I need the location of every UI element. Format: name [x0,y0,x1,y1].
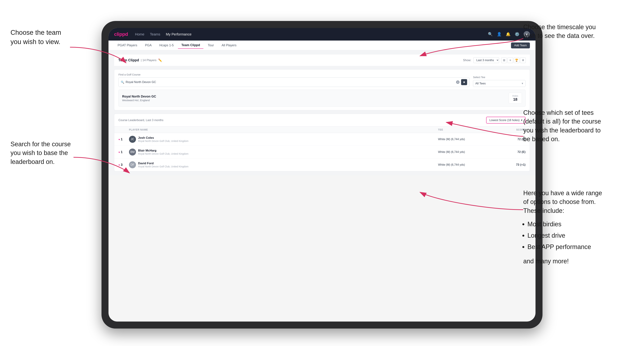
course-search-input-wrapper: 🔍 ✕ ★ [118,77,470,87]
col-score: SCORE [490,128,526,131]
bell-icon[interactable]: 🔔 [506,32,510,36]
course-result: Royal North Devon GC Westward Ho!, Engla… [118,90,526,107]
holes-label: Holes [512,95,518,97]
leaderboard-header: Course Leaderboard, Last 3 months Lowest… [114,114,530,127]
bullet-drive: Longest drive [528,230,607,241]
score-type-label: Lowest Score (18 holes) [489,119,520,122]
leaderboard-section: Course Leaderboard, Last 3 months Lowest… [114,114,530,171]
list-view-button[interactable]: ≡ [508,57,513,63]
tee-select-wrapper[interactable]: All Tees ▾ [473,80,526,87]
annotation-tees: Choose which set of tees (default is all… [523,108,607,144]
find-course-label: Find a Golf Course [118,73,470,76]
tee-select-label: Select Tee [473,76,526,79]
bullet-app: Best APP performance [528,241,607,253]
player-name-josh: Josh Coles [138,136,188,140]
score-blair: 72 (E) [490,150,526,154]
annotation-middle-left: Search for the course you wish to base t… [10,140,74,166]
col-rank [118,128,129,131]
download-button[interactable]: ⬇ [520,57,526,63]
suffix-text: and many more! [523,257,607,266]
table-header: PLAYER NAME TEE SCORE [114,127,530,133]
table-row: ♥ 1 BM Blair McHarg Royal North Devon Go… [114,146,530,159]
settings-icon[interactable]: ⚙️ [515,32,520,36]
rank-2: ♥ 1 [118,150,129,154]
course-search-section: Find a Golf Course 🔍 ✕ ★ Select Tee All … [114,69,530,110]
rank-1: ♥ 1 [118,138,129,141]
tablet-screen: clippd Home Teams My Performance 🔍 👤 🔔 ⚙… [108,28,536,322]
trophy-view-button[interactable]: 🏆 [514,57,520,63]
tee-josh: White (M) (6,744 yds) [438,138,490,141]
player-name-david: David Ford [138,162,188,165]
search-clear-button[interactable]: ✕ [456,80,460,84]
bullet-birdies: Most birdies [528,219,607,230]
score-david: 73 (+1) [490,163,526,167]
course-location: Westward Ho!, England [122,99,156,102]
tee-dropdown-icon: ▾ [522,82,523,85]
find-course-group: Find a Golf Course 🔍 ✕ ★ [118,73,470,87]
annotation-top-right: Choose the timescale you wish to see the… [523,23,607,40]
course-name: Royal North Devon GC [122,95,156,98]
subnav-hcaps[interactable]: Hcaps 1-5 [156,42,177,49]
table-row: ♥ 1 JC Josh Coles Royal North Devon Golf… [114,133,530,146]
col-tee: TEE [438,128,490,131]
player-details-david: David Ford Royal North Devon Golf Club, … [138,162,188,168]
player-club-blair: Royal North Devon Golf Club, United King… [138,152,188,155]
course-result-info: Royal North Devon GC Westward Ho!, Engla… [122,95,156,102]
person-icon[interactable]: 👤 [497,32,502,36]
app-logo: clippd [114,31,128,37]
add-team-button[interactable]: Add Team [511,42,530,48]
show-label: Show: [463,58,471,62]
tee-select-group: Select Tee All Tees ▾ [473,76,526,87]
holes-box: Holes 18 [509,93,522,104]
show-select[interactable]: Last 3 months [473,57,499,63]
tee-select-value: All Tees [475,82,486,85]
score-josh: 72 (E) [490,138,526,141]
sub-nav-right: Add Team [511,42,530,48]
nav-links: Home Teams My Performance [135,32,192,36]
team-controls: Show: Last 3 months ⊞ ≡ 🏆 ⬇ [463,57,526,63]
annotation-options: Here you have a wide range of options to… [523,189,607,266]
player-info-blair: BM Blair McHarg Royal North Devon Golf C… [129,149,438,156]
holes-number: 18 [512,97,518,102]
search-input-icon: 🔍 [121,81,124,84]
player-details-josh: Josh Coles Royal North Devon Golf Club, … [138,136,188,142]
subnav-tour[interactable]: Tour [204,42,217,49]
course-search-input[interactable] [126,80,455,84]
subnav-all-players[interactable]: All Players [218,42,240,49]
view-icons: ⊞ ≡ 🏆 ⬇ [501,57,526,63]
subnav-pga[interactable]: PGA [142,42,155,49]
rank-3: ♥ 3 [118,163,129,167]
team-name: Team Clippd [118,58,139,62]
player-name-blair: Blair McHarg [138,149,188,152]
nav-my-performance[interactable]: My Performance [166,32,192,36]
edit-icon[interactable]: ✏️ [158,58,162,62]
sub-nav: PGAT Players PGA Hcaps 1-5 Team Clippd T… [108,40,536,50]
table-row: ♥ 3 DF David Ford Royal North Devon Golf… [114,159,530,171]
player-club-josh: Royal North Devon Golf Club, United King… [138,140,188,142]
avatar-david: DF [129,161,136,168]
avatar-josh: JC [129,136,136,143]
subnav-pgat-players[interactable]: PGAT Players [114,42,141,49]
team-title: Team Clippd | 14 Players ✏️ [118,58,162,62]
player-info-david: DF David Ford Royal North Devon Golf Clu… [129,161,438,168]
tee-blair: White (M) (6,744 yds) [438,151,490,154]
tablet-frame: clippd Home Teams My Performance 🔍 👤 🔔 ⚙… [102,21,542,329]
search-icon[interactable]: 🔍 [488,32,492,36]
nav-home[interactable]: Home [135,32,144,36]
player-count: | 14 Players [141,58,156,62]
nav-bar: clippd Home Teams My Performance 🔍 👤 🔔 ⚙… [108,28,536,40]
avatar-blair: BM [129,149,136,156]
search-row: Find a Golf Course 🔍 ✕ ★ Select Tee All … [118,73,526,87]
tee-david: White (M) (6,744 yds) [438,163,490,166]
player-info-josh: JC Josh Coles Royal North Devon Golf Clu… [129,136,438,143]
team-header-bar: Team Clippd | 14 Players ✏️ Show: Last 3… [114,54,530,66]
main-content: Team Clippd | 14 Players ✏️ Show: Last 3… [108,50,536,175]
player-details-blair: Blair McHarg Royal North Devon Golf Club… [138,149,188,155]
col-player-name: PLAYER NAME [129,128,438,131]
player-club-david: Royal North Devon Golf Club, United King… [138,165,188,168]
nav-teams[interactable]: Teams [150,32,160,36]
star-button[interactable]: ★ [461,79,467,85]
score-type-button[interactable]: Lowest Score (18 holes) ▾ [486,117,526,124]
subnav-team-clippd[interactable]: Team Clippd [178,42,204,49]
grid-view-button[interactable]: ⊞ [501,57,507,63]
